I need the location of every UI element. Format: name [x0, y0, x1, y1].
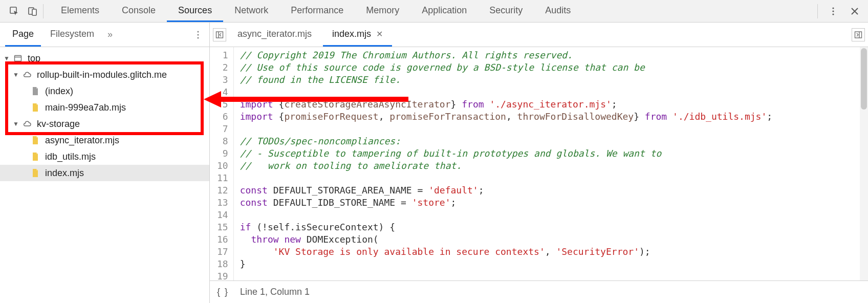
- editor-tabbar: async_iterator.mjs index.mjs ✕: [210, 23, 868, 47]
- device-toggle-icon[interactable]: [27, 5, 39, 17]
- tree-node-top[interactable]: ▼ top: [0, 50, 209, 67]
- editor-pane: async_iterator.mjs index.mjs ✕ 123456789…: [210, 23, 868, 303]
- tree-label: index.mjs: [45, 168, 84, 179]
- tab-performance[interactable]: Performance: [279, 0, 355, 22]
- main-split: Page Filesystem » ▼ top ▼ rollup-built-i…: [0, 23, 868, 303]
- tab-audits[interactable]: Audits: [534, 0, 582, 22]
- scrollbar-thumb[interactable]: [861, 48, 867, 110]
- toggle-debugger-icon[interactable]: [852, 28, 865, 41]
- file-tree: ▼ top ▼ rollup-built-in-modules.glitch.m…: [0, 47, 209, 303]
- editor-tab-index[interactable]: index.mjs ✕: [323, 23, 392, 47]
- tree-file-idb-utils[interactable]: idb_utils.mjs: [0, 148, 209, 165]
- tree-label: main-999ea7ab.mjs: [45, 102, 126, 113]
- svg-rect-2: [32, 9, 36, 15]
- devtools-top-bar: Elements Console Sources Network Perform…: [0, 0, 868, 23]
- tab-application[interactable]: Application: [410, 0, 478, 22]
- svg-point-4: [832, 10, 834, 12]
- svg-rect-9: [15, 56, 21, 61]
- tree-label: kv-storage: [37, 119, 80, 129]
- script-file-icon: [30, 136, 41, 144]
- tree-label: rollup-built-in-modules.glitch.me: [37, 70, 167, 80]
- tab-sources[interactable]: Sources: [167, 0, 223, 22]
- script-file-icon: [30, 169, 41, 177]
- svg-point-8: [197, 37, 199, 38]
- close-tab-icon[interactable]: ✕: [376, 29, 383, 39]
- code-content: // Copyright 2019 The Chromium Authors. …: [234, 47, 772, 280]
- toggle-navigator-icon[interactable]: [213, 28, 226, 41]
- chevron-down-icon: ▼: [12, 71, 19, 78]
- line-number-gutter: 12345678910111213141516171819: [210, 47, 234, 280]
- svg-point-6: [197, 31, 199, 32]
- cursor-position: Line 1, Column 1: [240, 287, 310, 297]
- tree-label: idb_utils.mjs: [45, 152, 96, 162]
- tree-file-main[interactable]: main-999ea7ab.mjs: [0, 99, 209, 116]
- code-editor[interactable]: 12345678910111213141516171819 // Copyrig…: [210, 47, 868, 280]
- tab-label: async_iterator.mjs: [237, 29, 312, 39]
- navigator-kebab-icon[interactable]: [192, 29, 204, 41]
- close-icon[interactable]: [849, 5, 861, 17]
- more-tabs-icon[interactable]: »: [107, 29, 113, 40]
- editor-tab-async-iterator[interactable]: async_iterator.mjs: [228, 23, 321, 47]
- chevron-down-icon: ▼: [12, 120, 19, 127]
- chevron-down-icon: ▼: [3, 55, 10, 62]
- editor-status-bar: { } Line 1, Column 1: [210, 280, 868, 303]
- scrollbar-track[interactable]: [860, 47, 868, 280]
- tree-file-async-iterator[interactable]: async_iterator.mjs: [0, 132, 209, 148]
- svg-point-3: [832, 7, 834, 9]
- pretty-print-button[interactable]: { }: [217, 287, 229, 297]
- tab-label: index.mjs: [332, 29, 371, 39]
- tree-label: (index): [45, 86, 73, 97]
- tab-network[interactable]: Network: [223, 0, 279, 22]
- tree-label: top: [28, 53, 40, 64]
- divider: [43, 4, 44, 18]
- frame-icon: [12, 54, 24, 62]
- navigator-sidebar: Page Filesystem » ▼ top ▼ rollup-built-i…: [0, 23, 210, 303]
- tab-security[interactable]: Security: [478, 0, 534, 22]
- cloud-icon: [21, 120, 33, 127]
- cloud-icon: [21, 71, 33, 78]
- document-icon: [30, 87, 41, 95]
- tab-console[interactable]: Console: [111, 0, 167, 22]
- navigator-tab-filesystem[interactable]: Filesystem: [43, 23, 101, 47]
- svg-point-7: [197, 34, 199, 35]
- tree-node-kv-storage[interactable]: ▼ kv-storage: [0, 116, 209, 132]
- tree-file-index[interactable]: (index): [0, 83, 209, 99]
- divider: [817, 4, 818, 18]
- script-file-icon: [30, 153, 41, 161]
- svg-point-5: [832, 13, 834, 15]
- tree-file-index-mjs[interactable]: index.mjs: [0, 165, 209, 181]
- navigator-tabs: Page Filesystem »: [0, 23, 209, 47]
- tree-node-domain[interactable]: ▼ rollup-built-in-modules.glitch.me: [0, 67, 209, 83]
- panel-tabs: Elements Console Sources Network Perform…: [50, 0, 582, 22]
- kebab-menu-icon[interactable]: [827, 5, 839, 17]
- inspect-icon[interactable]: [8, 5, 20, 17]
- navigator-tab-page[interactable]: Page: [5, 23, 41, 47]
- tree-label: async_iterator.mjs: [45, 135, 119, 146]
- script-file-icon: [30, 103, 41, 112]
- tab-memory[interactable]: Memory: [355, 0, 410, 22]
- tab-elements[interactable]: Elements: [50, 0, 111, 22]
